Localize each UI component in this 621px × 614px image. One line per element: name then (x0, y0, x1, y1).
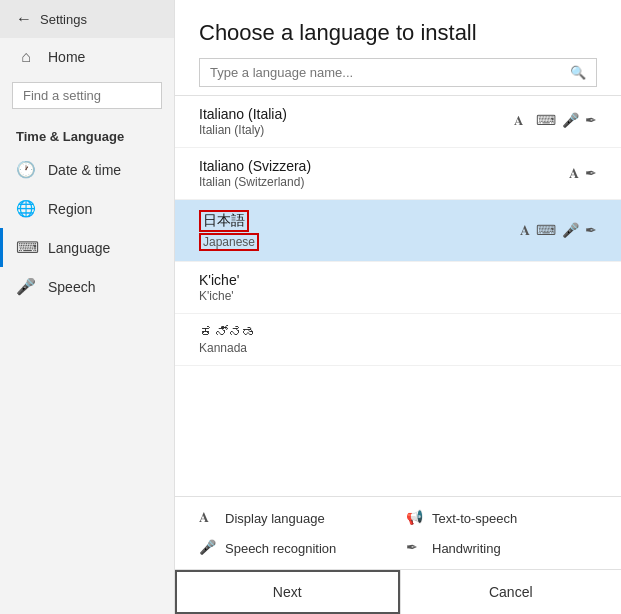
feature-row: 𝐀 Display language 📢 Text-to-speech 🎤 Sp… (175, 496, 621, 569)
lang-item-japanese[interactable]: 日本語 Japanese 𝐀 ⌨ 🎤 ✒ (175, 200, 621, 262)
lang-english: Kannada (199, 341, 589, 355)
region-icon: 🌐 (16, 199, 36, 218)
lang-english: K'iche' (199, 289, 589, 303)
svg-text:𝐀: 𝐀 (514, 113, 523, 128)
mic-icon: 🎤 (562, 112, 579, 131)
back-arrow-icon: ← (16, 10, 32, 28)
sidebar-item-label: Speech (48, 279, 95, 295)
lang-text-kiche: K'iche' K'iche' (199, 272, 589, 303)
lang-item-kannada[interactable]: ಕನ್ನಡ Kannada (175, 314, 621, 366)
lang-native: Italiano (Italia) (199, 106, 506, 122)
display-language-icon: 𝐀 (199, 507, 217, 529)
sidebar-item-label: Date & time (48, 162, 121, 178)
pen-icon: ✒ (585, 222, 597, 239)
keyboard-icon: ⌨ (536, 112, 556, 131)
lang-item-kiche[interactable]: K'iche' K'iche' (175, 262, 621, 314)
display-lang-icon: 𝐀 (514, 112, 530, 131)
japanese-native-highlighted: 日本語 (199, 210, 249, 232)
lang-text-kannada: ಕನ್ನಡ Kannada (199, 324, 589, 355)
next-button[interactable]: Next (175, 570, 400, 614)
lang-native: Italiano (Svizzera) (199, 158, 561, 174)
lang-icons: 𝐀 ✒ (569, 165, 597, 182)
svg-text:𝐀: 𝐀 (199, 509, 209, 525)
lang-english: Japanese (199, 233, 512, 251)
display-lang-icon: 𝐀 (520, 222, 530, 239)
lang-text-japanese: 日本語 Japanese (199, 210, 512, 251)
mic-icon: 🎤 (562, 222, 579, 239)
pen-icon: ✒ (585, 165, 597, 182)
language-icon: ⌨ (16, 238, 36, 257)
feature-handwriting: ✒ Handwriting (406, 537, 597, 559)
pen-icon: ✒ (585, 112, 597, 131)
sidebar-item-region[interactable]: 🌐 Region (0, 189, 174, 228)
japanese-english-highlighted: Japanese (199, 233, 259, 251)
speech-icon: 🎤 (16, 277, 36, 296)
cancel-button[interactable]: Cancel (400, 570, 622, 614)
lang-icons: 𝐀 ⌨ 🎤 ✒ (514, 112, 597, 131)
sidebar-item-speech[interactable]: 🎤 Speech (0, 267, 174, 306)
language-search-bar: 🔍 (199, 58, 597, 87)
home-icon: ⌂ (16, 48, 36, 66)
sidebar-back-label: Settings (40, 12, 87, 27)
bottom-buttons: Next Cancel (175, 569, 621, 614)
sidebar-section-title: Time & Language (0, 119, 174, 150)
lang-native: K'iche' (199, 272, 589, 288)
handwriting-icon: ✒ (406, 537, 424, 559)
lang-native: 日本語 (199, 210, 512, 232)
lang-native: ಕನ್ನಡ (199, 324, 589, 340)
feature-display-language: 𝐀 Display language (199, 507, 390, 529)
svg-text:📢: 📢 (406, 509, 424, 525)
feature-display-label: Display language (225, 511, 325, 526)
sidebar-item-language[interactable]: ⌨ Language (0, 228, 174, 267)
lang-english: Italian (Switzerland) (199, 175, 561, 189)
display-lang-icon: 𝐀 (569, 165, 579, 182)
sidebar-item-home[interactable]: ⌂ Home (0, 38, 174, 76)
lang-icons: 𝐀 ⌨ 🎤 ✒ (520, 222, 597, 239)
svg-text:✒: ✒ (406, 539, 418, 555)
sidebar-search-container (12, 82, 162, 109)
speech-recognition-icon: 🎤 (199, 537, 217, 559)
main-content: Choose a language to install 🔍 Italiano … (175, 0, 621, 614)
date-time-icon: 🕐 (16, 160, 36, 179)
lang-item-italiano-italia[interactable]: Italiano (Italia) Italian (Italy) 𝐀 ⌨ 🎤 … (175, 96, 621, 148)
tts-icon: 📢 (406, 507, 424, 529)
lang-english: Italian (Italy) (199, 123, 506, 137)
lang-item-italiano-svizzera[interactable]: Italiano (Svizzera) Italian (Switzerland… (175, 148, 621, 200)
feature-tts-label: Text-to-speech (432, 511, 517, 526)
feature-speech-recognition: 🎤 Speech recognition (199, 537, 390, 559)
keyboard-icon: ⌨ (536, 222, 556, 239)
language-list: Italiano (Italia) Italian (Italy) 𝐀 ⌨ 🎤 … (175, 95, 621, 496)
lang-text-italiano-svizzera: Italiano (Svizzera) Italian (Switzerland… (199, 158, 561, 189)
page-title: Choose a language to install (175, 0, 621, 58)
svg-text:🎤: 🎤 (199, 539, 217, 555)
feature-speech-label: Speech recognition (225, 541, 336, 556)
sidebar-search-input[interactable] (12, 82, 162, 109)
feature-handwriting-label: Handwriting (432, 541, 501, 556)
lang-text-italiano-italia: Italiano (Italia) Italian (Italy) (199, 106, 506, 137)
feature-tts: 📢 Text-to-speech (406, 507, 597, 529)
sidebar-item-label: Language (48, 240, 110, 256)
sidebar-item-label: Region (48, 201, 92, 217)
sidebar: ← Settings ⌂ Home Time & Language 🕐 Date… (0, 0, 175, 614)
back-button[interactable]: ← Settings (0, 0, 174, 38)
search-icon: 🔍 (570, 65, 586, 80)
sidebar-item-date-time[interactable]: 🕐 Date & time (0, 150, 174, 189)
sidebar-home-label: Home (48, 49, 85, 65)
language-search-input[interactable] (210, 65, 562, 80)
